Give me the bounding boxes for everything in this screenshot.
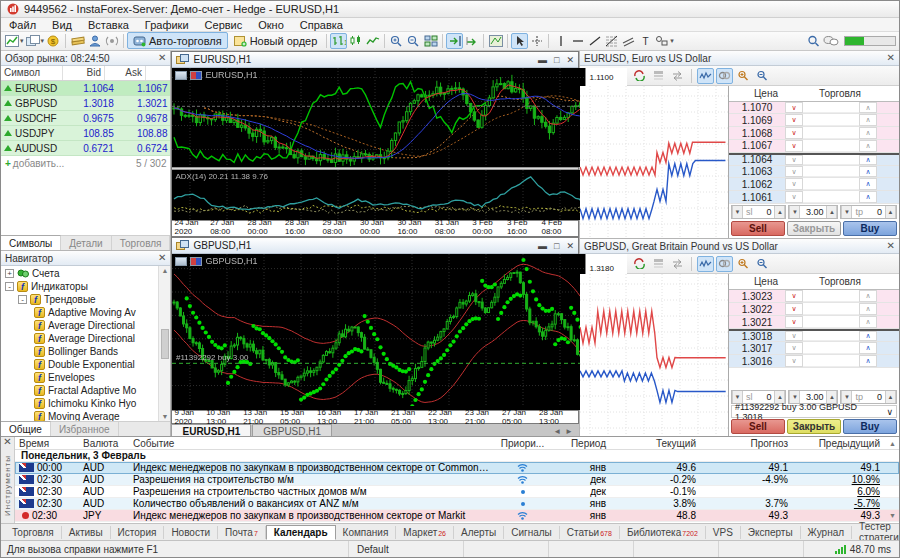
bottom-tab-Статьи[interactable]: Статьи678	[560, 526, 620, 539]
buy-stop-chevron-icon[interactable]: ∧	[859, 127, 877, 139]
close-icon[interactable]: ✕	[566, 241, 574, 251]
tree-item-average-directional[interactable]: fAverage Directional	[1, 332, 158, 345]
ladder-row-ask[interactable]: 1.3022∨∧	[729, 303, 899, 316]
crosshair-icon[interactable]	[528, 33, 545, 49]
scroll-thumb[interactable]	[161, 329, 169, 359]
calendar-row[interactable]: 00:00AUDИндекс менеджеров по закупкам в …	[15, 462, 899, 474]
tab-Общие[interactable]: Общие	[1, 421, 51, 436]
trade-volume-cell[interactable]	[803, 303, 859, 315]
tree-item-double-exponential[interactable]: fDouble Exponential	[1, 358, 158, 371]
volume-spinner-down-icon[interactable]: ▼	[789, 206, 800, 218]
auto-scroll-icon[interactable]	[463, 33, 480, 49]
tree-item-счета[interactable]: +Счета	[1, 267, 158, 280]
bar-chart-icon[interactable]: 1	[330, 33, 347, 49]
autotrade-button[interactable]: Авто-торговля	[127, 32, 228, 49]
buy-limit-chevron-icon[interactable]: ∧	[859, 355, 877, 367]
menu-item-Вид[interactable]: Вид	[44, 19, 80, 31]
history-center-icon[interactable]: $	[45, 33, 62, 49]
buy-button[interactable]: Buy	[843, 221, 897, 236]
expand-icon[interactable]: -	[18, 295, 27, 304]
menu-item-Файл[interactable]: Файл	[1, 19, 44, 31]
buy-stop-chevron-icon[interactable]: ∧	[859, 290, 877, 302]
sell-limit-chevron-icon[interactable]: ∨	[785, 102, 803, 114]
menu-item-Графики[interactable]: Графики	[137, 19, 197, 31]
bottom-tab-Журнал[interactable]: Журнал	[801, 526, 853, 539]
zoom-in-icon[interactable]	[735, 256, 752, 272]
trade-volume-cell[interactable]	[803, 114, 859, 126]
market-watch-row[interactable]: GBPUSD1.30181.3021	[1, 96, 170, 111]
ladder-row-ask[interactable]: 1.1069∨∧	[729, 114, 899, 127]
bottom-tab-Сигналы[interactable]: Сигналы	[504, 526, 560, 539]
bottom-tab-Библиотека[interactable]: Библиотека7202	[620, 526, 706, 539]
line-chart-icon[interactable]	[364, 33, 381, 49]
zoom-out-icon[interactable]	[754, 256, 771, 272]
buy-limit-chevron-icon[interactable]: ∧	[859, 178, 877, 190]
scroll-down-icon[interactable]: ▼	[162, 413, 169, 420]
ladder-row-bid[interactable]: 1.3016∨∧	[729, 355, 899, 368]
sell-limit-chevron-icon[interactable]: ∨	[785, 114, 803, 126]
trade-volume-cell[interactable]	[803, 102, 859, 114]
vertical-line-icon[interactable]	[552, 33, 569, 49]
ladder-row-bid[interactable]: 1.3017∨∧	[729, 342, 899, 355]
ladder-row-ask[interactable]: 1.1068∨∧	[729, 127, 899, 140]
tile-windows-icon[interactable]	[422, 33, 439, 49]
ladder-row-ask[interactable]: 1.3021∨∧	[729, 316, 899, 329]
bottom-tab-Активы[interactable]: Активы	[62, 526, 111, 539]
trade-volume-cell[interactable]	[803, 290, 859, 302]
transfer-icon[interactable]	[669, 256, 686, 272]
status-ping[interactable]: 48.70 ms	[803, 541, 899, 557]
refresh-icon[interactable]	[631, 256, 648, 272]
sell-stop-chevron-icon[interactable]: ∨	[785, 166, 803, 178]
zoom-in-icon[interactable]	[735, 68, 752, 84]
close-icon[interactable]: ✕	[158, 253, 166, 263]
scroll-up-icon[interactable]: ▲	[162, 267, 169, 274]
close-icon[interactable]: ✕	[887, 241, 895, 251]
buy-button[interactable]: Buy	[843, 419, 897, 434]
tree-item-bollinger-bands[interactable]: fBollinger Bands	[1, 345, 158, 358]
maximize-icon[interactable]: □	[554, 241, 559, 251]
scroll-down-icon[interactable]: ▼	[889, 512, 896, 519]
zoom-in-icon[interactable]	[388, 33, 405, 49]
menu-item-Справка[interactable]: Справка	[292, 19, 351, 31]
buy-stop-chevron-icon[interactable]: ∧	[859, 303, 877, 315]
buy-limit-chevron-icon[interactable]: ∧	[859, 155, 877, 165]
eurusd-price-plot[interactable]: EURUSD,H1	[172, 68, 585, 167]
menu-item-Сервис[interactable]: Сервис	[197, 19, 251, 31]
bottom-tab-Эксперты[interactable]: Эксперты	[741, 526, 801, 539]
sell-limit-chevron-icon[interactable]: ∨	[785, 303, 803, 315]
trade-volume-cell[interactable]	[803, 127, 859, 139]
indicators-icon[interactable]	[487, 33, 504, 49]
tick-chart-eurusd[interactable]	[580, 86, 729, 238]
tree-item-fractal-adaptive-mo[interactable]: fFractal Adaptive Mo	[1, 384, 158, 397]
calendar-row[interactable]: 02:30AUDРазрешения на строительство м/мд…	[15, 474, 899, 486]
close-button[interactable]: Закрыть	[787, 221, 841, 236]
buy-limit-chevron-icon[interactable]: ∧	[859, 331, 877, 341]
calendar-row[interactable]: 02:30AUDКоличество объявлений о вакансия…	[15, 498, 899, 510]
position-row[interactable]: #11392292 buy 3.00 GBPUSD 1.3018∨	[731, 405, 897, 418]
sell-stop-chevron-icon[interactable]: ∨	[785, 178, 803, 190]
books-icon[interactable]	[69, 33, 86, 49]
shapes-icon[interactable]: ▾	[654, 33, 675, 49]
candles-chart-icon[interactable]	[347, 33, 364, 49]
tree-item-envelopes[interactable]: fEnvelopes	[1, 371, 158, 384]
tree-item-adaptive-moving-av[interactable]: fAdaptive Moving Av	[1, 306, 158, 319]
close-icon[interactable]: ✕	[887, 53, 895, 63]
tab-Детали[interactable]: Детали	[61, 236, 111, 250]
sell-stop-chevron-icon[interactable]: ∨	[785, 191, 803, 203]
sell-button[interactable]: Sell	[731, 419, 785, 434]
trade-volume-cell[interactable]	[803, 155, 859, 165]
new-order-button[interactable]: Новый ордер	[228, 32, 324, 49]
trade-volume-cell[interactable]	[803, 342, 859, 354]
volume-spinner-up-icon[interactable]: ▲	[826, 206, 837, 218]
buy-stop-chevron-icon[interactable]: ∧	[859, 114, 877, 126]
bottom-tab-Торговля[interactable]: Торговля	[5, 526, 62, 539]
tp-spinner-up-icon[interactable]: ▲	[885, 391, 896, 403]
buy-stop-chevron-icon[interactable]: ∧	[859, 102, 877, 114]
tab-Избранное[interactable]: Избранное	[51, 422, 119, 436]
tab-Символы[interactable]: Символы	[1, 235, 61, 250]
tab-scroll-right-icon[interactable]: ►	[565, 427, 573, 436]
close-icon[interactable]: ✕	[158, 53, 166, 63]
tick-chart-gbpusd[interactable]	[580, 274, 729, 436]
bottom-tab-История[interactable]: История	[111, 526, 165, 539]
market-watch-row[interactable]: USDCHF0.96750.9678	[1, 111, 170, 126]
